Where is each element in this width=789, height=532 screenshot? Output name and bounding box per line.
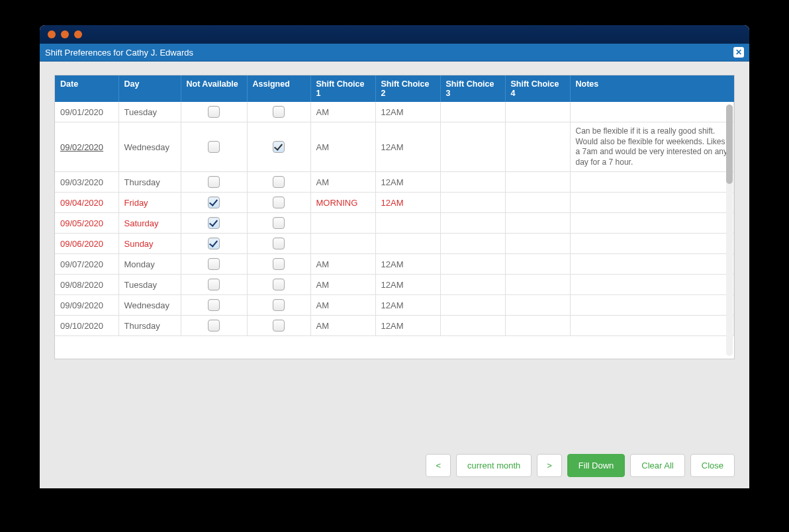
not-available-checkbox[interactable] [208,299,220,311]
fill-down-button[interactable]: Fill Down [567,454,625,477]
cell-choice-4[interactable] [505,234,570,254]
header-choice-4[interactable]: Shift Choice 4 [505,75,570,102]
cell-choice-3[interactable] [440,102,505,122]
cell-choice-4[interactable] [505,122,570,172]
cell-choice-2[interactable]: 12AM [375,295,440,316]
cell-notes[interactable] [570,193,734,213]
cell-choice-2[interactable]: 12AM [375,102,440,122]
assigned-checkbox[interactable] [273,299,285,311]
traffic-light-minimize[interactable] [61,30,69,38]
table-row[interactable]: 09/09/2020WednesdayAM12AM [55,295,734,316]
cell-choice-3[interactable] [440,295,505,316]
table-row[interactable]: 09/05/2020Saturday [55,213,734,234]
cell-notes[interactable]: Can be flexible if it is a really good s… [570,122,734,172]
table-row[interactable]: 09/03/2020ThursdayAM12AM [55,172,734,193]
cell-choice-4[interactable] [505,254,570,275]
assigned-checkbox[interactable] [273,320,285,332]
assigned-checkbox[interactable] [273,279,285,290]
not-available-checkbox[interactable] [208,197,220,208]
cell-choice-4[interactable] [505,172,570,193]
assigned-checkbox[interactable] [273,106,285,118]
assigned-checkbox[interactable] [273,217,285,229]
header-not-available[interactable]: Not Available [181,75,247,102]
traffic-light-zoom[interactable] [74,30,82,38]
assigned-checkbox[interactable] [273,258,285,270]
cell-choice-2[interactable]: 12AM [375,193,440,213]
header-choice-1[interactable]: Shift Choice 1 [310,75,375,102]
assigned-checkbox[interactable] [273,141,285,153]
cell-choice-3[interactable] [440,234,505,254]
vertical-scrollbar[interactable] [726,105,733,356]
table-row[interactable]: 09/08/2020TuesdayAM12AM [55,275,734,295]
cell-choice-2[interactable]: 12AM [375,254,440,275]
not-available-checkbox[interactable] [208,176,220,188]
next-month-button[interactable]: > [537,454,562,477]
cell-choice-4[interactable] [505,193,570,213]
cell-choice-4[interactable] [505,213,570,234]
cell-choice-4[interactable] [505,316,570,336]
cell-choice-1[interactable]: AM [310,275,375,295]
cell-notes[interactable] [570,213,734,234]
table-row[interactable]: 09/02/2020WednesdayAM12AMCan be flexible… [55,122,734,172]
not-available-checkbox[interactable] [208,141,220,153]
cell-choice-1[interactable] [310,234,375,254]
cell-notes[interactable] [570,102,734,122]
clear-all-button[interactable]: Clear All [630,454,684,477]
scroll-thumb[interactable] [726,105,733,184]
cell-choice-1[interactable]: AM [310,122,375,172]
cell-date[interactable]: 09/02/2020 [55,122,118,172]
cell-choice-3[interactable] [440,193,505,213]
table-row[interactable]: 09/04/2020FridayMORNING12AM [55,193,734,213]
table-row[interactable]: 09/01/2020TuesdayAM12AM [55,102,734,122]
header-choice-2[interactable]: Shift Choice 2 [375,75,440,102]
header-day[interactable]: Day [118,75,181,102]
table-row[interactable]: 09/10/2020ThursdayAM12AM [55,316,734,336]
header-notes[interactable]: Notes [570,75,734,102]
cell-notes[interactable] [570,172,734,193]
assigned-checkbox[interactable] [273,238,285,249]
cell-choice-3[interactable] [440,122,505,172]
cell-choice-3[interactable] [440,213,505,234]
cell-choice-4[interactable] [505,275,570,295]
close-button[interactable]: Close [690,454,735,477]
cell-choice-1[interactable]: AM [310,102,375,122]
cell-choice-2[interactable]: 12AM [375,172,440,193]
not-available-checkbox[interactable] [208,106,220,118]
not-available-checkbox[interactable] [208,258,220,270]
traffic-light-close[interactable] [48,30,56,38]
not-available-checkbox[interactable] [208,238,220,249]
cell-choice-3[interactable] [440,254,505,275]
not-available-checkbox[interactable] [208,279,220,290]
cell-choice-2[interactable] [375,234,440,254]
cell-choice-2[interactable]: 12AM [375,275,440,295]
table-row[interactable]: 09/07/2020MondayAM12AM [55,254,734,275]
cell-choice-4[interactable] [505,295,570,316]
cell-notes[interactable] [570,316,734,336]
cell-choice-2[interactable]: 12AM [375,316,440,336]
cell-choice-1[interactable]: AM [310,172,375,193]
cell-choice-1[interactable] [310,213,375,234]
cell-choice-2[interactable]: 12AM [375,122,440,172]
cell-choice-1[interactable]: AM [310,295,375,316]
dialog-close-button[interactable]: ✕ [733,47,744,58]
cell-notes[interactable] [570,295,734,316]
cell-choice-1[interactable]: MORNING [310,193,375,213]
header-assigned[interactable]: Assigned [247,75,310,102]
header-choice-3[interactable]: Shift Choice 3 [440,75,505,102]
assigned-checkbox[interactable] [273,176,285,188]
header-date[interactable]: Date [55,75,118,102]
cell-choice-1[interactable]: AM [310,254,375,275]
cell-choice-3[interactable] [440,172,505,193]
cell-choice-2[interactable] [375,213,440,234]
prev-month-button[interactable]: < [426,454,451,477]
cell-choice-3[interactable] [440,316,505,336]
assigned-checkbox[interactable] [273,197,285,208]
cell-notes[interactable] [570,275,734,295]
cell-choice-4[interactable] [505,102,570,122]
cell-notes[interactable] [570,254,734,275]
cell-choice-3[interactable] [440,275,505,295]
not-available-checkbox[interactable] [208,217,220,229]
cell-choice-1[interactable]: AM [310,316,375,336]
not-available-checkbox[interactable] [208,320,220,332]
current-month-button[interactable]: current month [456,454,532,477]
